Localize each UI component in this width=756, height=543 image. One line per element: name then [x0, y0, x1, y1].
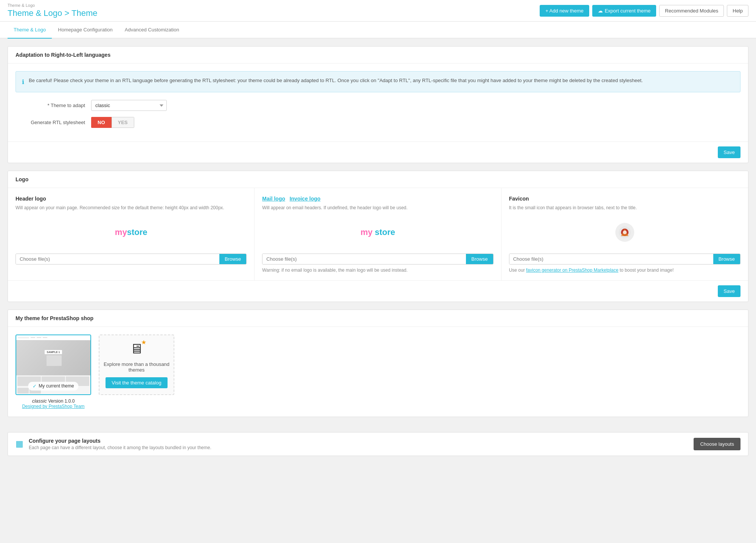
- tab-theme-logo[interactable]: Theme & Logo: [8, 22, 52, 39]
- export-current-theme-button[interactable]: ☁ Export current theme: [592, 5, 656, 17]
- preview-extra1: [17, 388, 29, 394]
- mail-logo-browse-button[interactable]: Browse: [466, 254, 493, 264]
- rtl-toggle-group: NO YES: [91, 117, 134, 128]
- catalog-theme-item: 🖥 ★ Explore more than a thousand themes …: [99, 335, 174, 409]
- grid-icon: ▦: [16, 439, 23, 449]
- themes-grid: SAMPLE 1: [8, 327, 748, 417]
- favicon-svg: [618, 226, 632, 239]
- preview-hero-text: SAMPLE 1: [45, 350, 62, 366]
- recommended-modules-button[interactable]: Recommended Modules: [659, 5, 724, 17]
- layouts-desc: Each page can have a different layout, c…: [29, 445, 211, 450]
- current-theme-thumbnail[interactable]: SAMPLE 1: [16, 335, 91, 395]
- page-title: Theme & Logo > Theme: [8, 8, 97, 18]
- mail-store-logo: my store: [360, 227, 395, 237]
- page-header: Theme & Logo Theme & Logo > Theme + Add …: [0, 0, 756, 22]
- rtl-alert-text: Be careful! Please check your theme in a…: [29, 77, 643, 84]
- svg-point-2: [623, 230, 627, 234]
- logo-section-title: Logo: [16, 176, 740, 182]
- logo-section-header: Logo: [8, 171, 748, 188]
- cloud-icon: ☁: [598, 8, 603, 14]
- themes-section: My theme for PrestaShop shop: [8, 310, 748, 417]
- help-button[interactable]: Help: [727, 5, 748, 17]
- mail-logo-file-text[interactable]: [262, 254, 466, 264]
- tab-homepage-configuration[interactable]: Homepage Configuration: [52, 22, 119, 39]
- header-logo-desc: Will appear on your main page. Recommend…: [16, 205, 247, 211]
- favicon-file-input[interactable]: Browse: [509, 254, 740, 264]
- designer-link[interactable]: Designed by PrestaShop Team: [22, 404, 84, 409]
- header-logo-title: Header logo: [16, 196, 247, 202]
- preview-header: [16, 335, 90, 341]
- toggle-yes-button[interactable]: YES: [112, 117, 134, 128]
- header-logo-file-text[interactable]: [16, 254, 219, 264]
- preview-hero: SAMPLE 1: [16, 341, 90, 375]
- preview-image: [47, 355, 62, 366]
- layouts-bar: ▦ Configure your page layouts Each page …: [8, 432, 748, 456]
- logo-section: Logo Header logo Will appear on your mai…: [8, 171, 748, 302]
- header-left: Theme & Logo Theme & Logo > Theme: [8, 3, 97, 18]
- toggle-no-button[interactable]: NO: [91, 117, 112, 128]
- rtl-section-body: ℹ Be careful! Please check your theme in…: [8, 64, 748, 142]
- favicon-icon-display: [615, 223, 634, 242]
- favicon-desc: It is the small icon that appears in bro…: [509, 205, 740, 211]
- visit-theme-catalog-button[interactable]: Visit the theme catalog: [106, 377, 167, 388]
- favicon-browse-button[interactable]: Browse: [713, 254, 740, 264]
- rtl-save-button[interactable]: Save: [718, 146, 740, 158]
- preview-nav2: [37, 337, 41, 338]
- mail-logo-title: Mail logo Invoice logo: [262, 196, 493, 202]
- catalog-device-icon: 🖥 ★: [130, 341, 143, 357]
- rtl-section-footer: Save: [8, 142, 748, 163]
- info-icon: ℹ: [22, 78, 24, 87]
- favicon-title: Favicon: [509, 196, 740, 202]
- header-logo-col: Header logo Will appear on your main pag…: [8, 188, 255, 280]
- breadcrumb: Theme & Logo: [8, 3, 97, 8]
- themes-section-title: My theme for PrestaShop shop: [16, 315, 740, 321]
- favicon-link-text: Use our favicon generator on PrestaShop …: [509, 268, 740, 273]
- current-theme-item: SAMPLE 1: [16, 335, 91, 409]
- generate-rtl-row: Generate RTL stylesheet NO YES: [16, 117, 740, 128]
- favicon-preview: [509, 217, 740, 247]
- logo-save-button[interactable]: Save: [718, 285, 740, 297]
- preview-nav3: [43, 337, 47, 338]
- header-logo-preview: my store: [16, 217, 247, 247]
- mail-store-text: store: [373, 227, 395, 237]
- mail-logo-warning: Warning: if no email logo is available, …: [262, 268, 493, 273]
- themes-section-header: My theme for PrestaShop shop: [8, 310, 748, 327]
- mail-logo-link[interactable]: Mail logo: [262, 196, 285, 202]
- header-actions: + Add new theme ☁ Export current theme R…: [540, 5, 748, 17]
- star-icon: ★: [141, 339, 146, 346]
- mail-logo-preview: my store: [262, 217, 493, 247]
- tab-advanced-customization[interactable]: Advanced Customization: [119, 22, 185, 39]
- badge-text: My current theme: [39, 383, 74, 389]
- invoice-logo-link[interactable]: Invoice logo: [290, 196, 321, 202]
- rtl-section-title: Adaptation to Right-to-Left languages: [16, 52, 740, 58]
- theme-version: Version 1.0.0: [48, 398, 75, 404]
- logo-grid: Header logo Will appear on your main pag…: [8, 188, 748, 280]
- mail-logo-desc: Will appear on email headers. If undefin…: [262, 205, 493, 211]
- theme-designer: Designed by PrestaShop Team: [16, 404, 91, 409]
- main-content: Adaptation to Right-to-Left languages ℹ …: [0, 39, 756, 432]
- theme-name: classic Version 1.0.0: [16, 398, 91, 404]
- add-new-theme-button[interactable]: + Add new theme: [540, 5, 589, 17]
- catalog-card: 🖥 ★ Explore more than a thousand themes …: [99, 335, 174, 395]
- theme-to-adapt-label: * Theme to adapt: [16, 103, 91, 108]
- generate-rtl-label: Generate RTL stylesheet: [16, 120, 91, 125]
- my-text: my: [115, 227, 127, 237]
- theme-to-adapt-row: * Theme to adapt classic: [16, 100, 740, 111]
- preview-nav1: [31, 337, 35, 338]
- mail-logo-file-input[interactable]: Browse: [262, 254, 493, 264]
- catalog-explore-text: Explore more than a thousand themes: [99, 361, 174, 373]
- header-logo-browse-button[interactable]: Browse: [219, 254, 246, 264]
- current-theme-badge: ✓ My current theme: [28, 382, 78, 391]
- favicon-file-text[interactable]: [509, 254, 713, 264]
- preview-logo-placeholder: [18, 337, 29, 338]
- choose-layouts-button[interactable]: Choose layouts: [694, 438, 740, 450]
- favicon-marketplace-link[interactable]: favicon generator on PrestaShop Marketpl…: [526, 268, 618, 273]
- rtl-alert: ℹ Be careful! Please check your theme in…: [16, 71, 740, 92]
- store-text: store: [127, 227, 147, 237]
- logo-section-footer: Save: [8, 280, 748, 302]
- layouts-left: ▦ Configure your page layouts Each page …: [16, 438, 211, 450]
- layouts-title: Configure your page layouts: [29, 438, 211, 444]
- theme-to-adapt-select[interactable]: classic: [91, 100, 167, 111]
- header-logo-file-input[interactable]: Browse: [16, 254, 247, 264]
- favicon-col: Favicon It is the small icon that appear…: [501, 188, 748, 280]
